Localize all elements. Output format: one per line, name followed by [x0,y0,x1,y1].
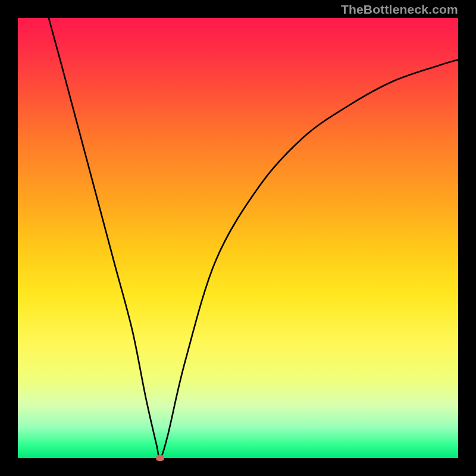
chart-frame: TheBottleneck.com [0,0,476,476]
curve-svg [18,18,458,458]
marker-dot [156,455,164,461]
watermark-text: TheBottleneck.com [341,2,458,17]
plot-area [18,18,458,458]
bottleneck-curve [49,18,458,458]
